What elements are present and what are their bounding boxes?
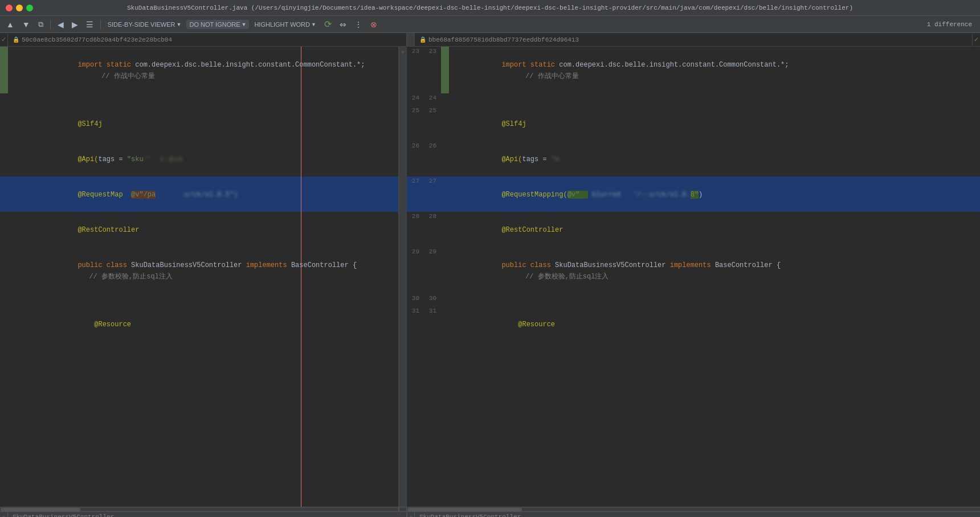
line-num bbox=[8, 294, 25, 306]
table-row: @Slf4j bbox=[0, 106, 398, 141]
scrollbar-area[interactable] bbox=[0, 507, 980, 511]
nav-up-button[interactable]: ▲ bbox=[3, 19, 17, 30]
side-by-side-arrow: ▼ bbox=[177, 22, 182, 27]
right-scrollbar[interactable] bbox=[407, 507, 980, 511]
classname: SkuDataBusinessV5Controller bbox=[131, 261, 246, 269]
right-code-scroll[interactable]: 23 23 import static com.deepexi.dsc.bell… bbox=[407, 47, 980, 507]
keyword-public: public class bbox=[77, 261, 131, 269]
right-lock-icon: 🔒 bbox=[419, 36, 426, 43]
line-num-left: 27 bbox=[407, 177, 424, 212]
nav-down-button[interactable]: ▼ bbox=[19, 19, 33, 30]
highlight-word-label: HIGHLIGHT WORD bbox=[254, 21, 310, 28]
line-num-left: 30 bbox=[407, 294, 424, 306]
left-gutter bbox=[0, 47, 8, 93]
left-scrollbar-thumb[interactable] bbox=[1, 508, 80, 511]
do-not-ignore-button[interactable]: DO NOT IGNORE ▼ bbox=[186, 20, 249, 29]
side-by-side-button[interactable]: SIDE-BY-SIDE VIEWER ▼ bbox=[105, 20, 185, 29]
stop-button[interactable]: ⊗ bbox=[368, 19, 380, 30]
classname-r: SkuDataBusinessV5Controller bbox=[555, 261, 670, 269]
diff-count: 1 difference bbox=[927, 21, 977, 28]
line-code: @Slf4j bbox=[25, 106, 398, 141]
table-row: 30 30 bbox=[407, 294, 980, 306]
table-row: 24 24 bbox=[407, 93, 980, 106]
line-code: @Api(tags = "m bbox=[449, 141, 980, 177]
annotation-slf4j: @Slf4j bbox=[77, 120, 102, 128]
table-row: 26 26 @Api(tags = "m bbox=[407, 141, 980, 177]
right-gutter bbox=[441, 247, 449, 294]
line-num-left: 25 bbox=[407, 106, 424, 141]
side-by-side-label: SIDE-BY-SIDE VIEWER bbox=[108, 21, 175, 28]
line-code bbox=[449, 294, 980, 306]
breadcrumb-left-text: SkuDataBusinessV5Controller bbox=[13, 514, 114, 518]
breadcrumb-left: SkuDataBusinessV5Controller bbox=[8, 514, 407, 518]
divider-icon: ◈ bbox=[401, 48, 405, 55]
annotation-slf4j-r: @Slf4j bbox=[501, 120, 526, 128]
right-hash-value: bbe68af885675816db8bd7737eeddbf624d96413 bbox=[428, 36, 579, 43]
line-num-right: 23 bbox=[424, 47, 441, 93]
breadcrumb-right-text: SkuDataBusinessV5Controller bbox=[419, 514, 521, 518]
left-code-table: import static com.deepexi.dsc.belle.insi… bbox=[0, 47, 398, 342]
line-code: public class SkuDataBusinessV5Controller… bbox=[25, 247, 398, 294]
line-num bbox=[8, 177, 25, 212]
line-code: @Slf4j bbox=[449, 106, 980, 141]
left-scrollbar[interactable] bbox=[0, 507, 399, 511]
line-num bbox=[8, 47, 25, 93]
minimize-button[interactable] bbox=[16, 5, 23, 11]
right-gutter bbox=[441, 294, 449, 306]
highlight-word-button[interactable]: HIGHLIGHT WORD ▼ bbox=[251, 20, 319, 29]
separator-1 bbox=[50, 19, 51, 30]
line-num-left: 31 bbox=[407, 306, 424, 342]
right-gutter bbox=[441, 93, 449, 106]
table-row: @Resource bbox=[0, 306, 398, 342]
nav-left-button[interactable]: ◀ bbox=[55, 19, 67, 30]
keyword-import-r: import static bbox=[501, 61, 559, 69]
copy-button[interactable]: ⧉ bbox=[35, 19, 46, 30]
close-button[interactable] bbox=[6, 5, 13, 11]
table-row bbox=[0, 294, 398, 306]
more-button[interactable]: ⋮ bbox=[352, 19, 365, 30]
table-row: 31 31 @Resource bbox=[407, 306, 980, 342]
annotation-api: @Api( bbox=[77, 155, 98, 163]
scrollbar-divider bbox=[399, 507, 407, 511]
line-code-modified: @RequestMap @v"/pa .u/ck/v1.8.5") bbox=[25, 177, 398, 212]
do-not-ignore-label: DO NOT IGNORE bbox=[189, 21, 240, 28]
line-num-left: 24 bbox=[407, 93, 424, 106]
line-code: @Resource bbox=[449, 306, 980, 342]
sync-button[interactable]: ⟳ bbox=[321, 18, 334, 31]
list-button[interactable]: ☰ bbox=[83, 19, 96, 30]
window-title: SkuDataBusinessV5Controller.java (/Users… bbox=[127, 5, 853, 11]
right-panel: 23 23 import static com.deepexi.dsc.bell… bbox=[407, 47, 980, 507]
keyword-public-r: public class bbox=[501, 261, 555, 269]
line-num-right: 27 bbox=[424, 177, 441, 212]
line-code: public class SkuDataBusinessV5Controller… bbox=[449, 247, 980, 294]
toolbar: ▲ ▼ ⧉ ◀ ▶ ☰ SIDE-BY-SIDE VIEWER ▼ DO NOT… bbox=[0, 16, 980, 33]
link-button[interactable]: ⇔ bbox=[337, 19, 349, 30]
left-lock-icon: 🔒 bbox=[13, 36, 19, 43]
right-gutter bbox=[441, 106, 449, 141]
right-scrollbar-thumb[interactable] bbox=[407, 508, 522, 511]
nav-right-button[interactable]: ▶ bbox=[69, 19, 81, 30]
api-tags-value: "sku‘’ i-从ck bbox=[127, 155, 183, 163]
highlight-word-arrow: ▼ bbox=[311, 22, 316, 27]
api-tags-r: "m bbox=[551, 155, 609, 163]
line-code: import static com.deepexi.dsc.belle.insi… bbox=[25, 47, 398, 93]
line-num-right: 24 bbox=[424, 93, 441, 106]
left-panel: import static com.deepexi.dsc.belle.insi… bbox=[0, 47, 399, 507]
line-num-left: 29 bbox=[407, 247, 424, 294]
maximize-button[interactable] bbox=[26, 5, 33, 11]
table-row: @RestController bbox=[0, 212, 398, 247]
comment-r1: // 作战中心常量 bbox=[513, 72, 578, 80]
left-hash-value: 50c0ae8cb35602d77cd6b20a4bf423e2e28bcb04 bbox=[22, 36, 172, 43]
line-code bbox=[25, 294, 398, 306]
comment-r2: // 参数校验,防止sql注入 bbox=[513, 273, 609, 281]
left-code-scroll[interactable]: import static com.deepexi.dsc.belle.insi… bbox=[0, 47, 398, 507]
line-num bbox=[8, 247, 25, 294]
annotation-resource-r: @Resource bbox=[501, 321, 555, 329]
line-code: @RestController bbox=[25, 212, 398, 247]
line-num bbox=[8, 141, 25, 177]
keyword-import: import static bbox=[77, 61, 135, 69]
right-gutter bbox=[441, 47, 449, 93]
line-code bbox=[449, 93, 980, 106]
annotation-api-r: @Api( bbox=[501, 155, 522, 163]
line-num-right: 30 bbox=[424, 294, 441, 306]
